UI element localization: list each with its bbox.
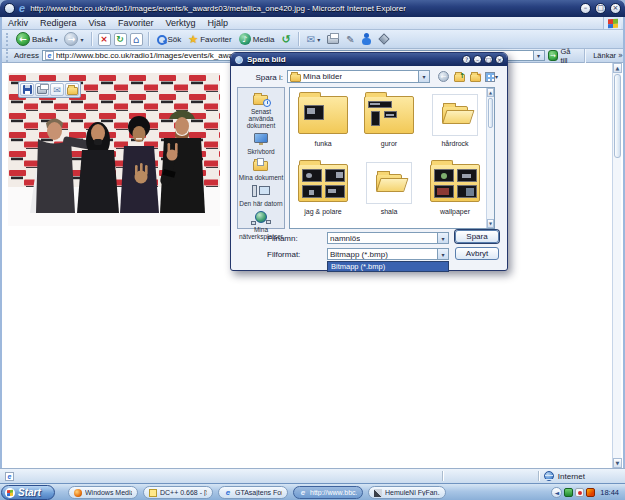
favorites-star-icon: ★	[188, 33, 198, 46]
task-windows-media-player[interactable]: Windows Media P...	[68, 486, 138, 499]
mail-image-button[interactable]: ✉	[50, 83, 64, 96]
task-gtasajtens-forum[interactable]: e GTAsajtens Foru...	[218, 486, 288, 499]
tray-flame-icon[interactable]	[586, 488, 595, 497]
minimize-button[interactable]: –	[580, 3, 591, 14]
filename-dropdown-button[interactable]: ▾	[437, 233, 448, 243]
format-option-bmp[interactable]: Bitmapp (*.bmp)	[328, 262, 448, 271]
place-label: Mina dokument	[239, 174, 283, 181]
last-folder-button[interactable]: ←	[437, 70, 450, 83]
menu-redigera[interactable]: Redigera	[34, 17, 83, 29]
page-scrollbar[interactable]: ▲ ▼	[612, 63, 621, 468]
format-dropdown-button[interactable]: ▾	[437, 249, 448, 259]
dialog-close-button[interactable]: ×	[495, 55, 504, 64]
folder-guror[interactable]: guror	[358, 92, 420, 158]
links-toolbar[interactable]: Länkar »	[593, 51, 623, 60]
task-label: HemuleNl FyFan...	[385, 489, 440, 496]
help-button[interactable]: ?	[462, 55, 471, 64]
places-bar: Senast använda dokument Skrivbord Mina d…	[237, 87, 285, 229]
refresh-icon: ↻	[116, 34, 124, 44]
favorites-button[interactable]: ★ Favoriter	[186, 31, 233, 48]
forward-dropdown-icon[interactable]: ▾	[80, 36, 83, 43]
taskbar-clock[interactable]: 18:44	[597, 488, 622, 497]
format-combobox[interactable]: Bitmapp (*.bmp) ▾	[327, 248, 449, 260]
media-icon: ♪	[239, 33, 251, 45]
save-picture-dialog: Spara bild ? – □ × Spara i: Mina bilder …	[230, 52, 508, 271]
file-list-scrollbar[interactable]: ▲ ▼	[486, 88, 494, 228]
place-my-documents[interactable]: Mina dokument	[238, 157, 284, 182]
scrollbar-thumb[interactable]	[614, 74, 621, 158]
desktop: e http://www.bbc.co.uk/radio1/images/eve…	[0, 0, 625, 500]
stop-button[interactable]: ×	[98, 33, 111, 46]
window-controls: – □ ×	[580, 3, 621, 14]
menu-visa[interactable]: Visa	[83, 17, 112, 29]
media-button[interactable]: ♪ Media	[237, 31, 277, 48]
menu-hjalp[interactable]: Hjälp	[201, 17, 234, 29]
refresh-button[interactable]: ↻	[114, 33, 127, 46]
folder-hardrock[interactable]: hårdrock	[424, 92, 486, 158]
dialog-titlebar[interactable]: Spara bild ? – □ ×	[231, 53, 507, 66]
home-button[interactable]: ⌂	[130, 33, 143, 46]
folder-wallpaper[interactable]: wallpaper	[424, 160, 486, 226]
folder-shala[interactable]: shala	[358, 160, 420, 226]
addressbar-grip[interactable]	[6, 49, 9, 62]
save-in-dropdown-button[interactable]: ▾	[418, 71, 429, 82]
task-label: GTAsajtens Foru...	[235, 489, 282, 496]
save-in-combobox[interactable]: Mina bilder ▾	[287, 70, 430, 83]
folder-jag-och-polare[interactable]: jag & polare	[292, 160, 354, 226]
tray-red-dot-icon[interactable]	[575, 488, 584, 497]
task-dcpp[interactable]: DC++ 0.668 - [S...	[143, 486, 213, 499]
new-folder-button[interactable]: ✳	[469, 70, 482, 83]
mail-button[interactable]: ✉ ▾	[305, 31, 322, 48]
back-dropdown-icon[interactable]: ▾	[54, 36, 57, 43]
address-dropdown-button[interactable]: ▾	[533, 51, 544, 60]
links-chevron-icon[interactable]: »	[618, 51, 623, 60]
back-button[interactable]: ← Bakåt ▾	[14, 31, 59, 48]
task-hemulenl-fyfan[interactable]: HemuleNl FyFan...	[368, 486, 446, 499]
dialog-controls: ? – □ ×	[462, 55, 504, 64]
scrollbar-thumb[interactable]	[488, 98, 493, 128]
restore-button[interactable]: □	[595, 3, 606, 14]
save-image-button[interactable]	[20, 83, 34, 96]
dialog-minimize-button[interactable]: –	[473, 55, 482, 64]
my-pictures-button[interactable]	[65, 83, 79, 96]
place-my-computer[interactable]: Den här datorn	[238, 183, 284, 208]
go-button[interactable]: → Gå till	[548, 47, 580, 65]
system-menu-button[interactable]	[4, 3, 15, 14]
edit-button[interactable]: ✎	[344, 31, 356, 48]
scroll-down-button[interactable]: ▼	[487, 219, 494, 228]
messenger-button[interactable]	[360, 31, 373, 48]
titlebar[interactable]: e http://www.bbc.co.uk/radio1/images/eve…	[0, 0, 625, 17]
menu-favoriter[interactable]: Favoriter	[112, 17, 160, 29]
history-button[interactable]: ↺	[280, 31, 293, 48]
mail-dropdown-icon[interactable]: ▾	[317, 36, 320, 43]
tray-green-icon[interactable]	[564, 488, 573, 497]
windows-flag-throbber	[603, 17, 621, 29]
menu-verktyg[interactable]: Verktyg	[159, 17, 201, 29]
menubar: Arkiv Redigera Visa Favoriter Verktyg Hj…	[2, 17, 623, 30]
print-button[interactable]	[325, 31, 341, 48]
menu-arkiv[interactable]: Arkiv	[2, 17, 34, 29]
folder-funka[interactable]: funka	[292, 92, 354, 158]
metallica-photo[interactable]: ✉	[8, 73, 220, 226]
start-button[interactable]: Start	[1, 485, 55, 500]
views-menu-button[interactable]: ▾	[485, 70, 498, 83]
place-desktop[interactable]: Skrivbord	[238, 131, 284, 156]
filename-combobox[interactable]: namnlös ▾	[327, 232, 449, 244]
tray-chevron-button[interactable]: ◄	[551, 487, 562, 498]
up-one-level-button[interactable]: ↑	[453, 70, 466, 83]
dialog-restore-button[interactable]: □	[484, 55, 493, 64]
save-button[interactable]: Spara	[455, 230, 499, 243]
scroll-down-button[interactable]: ▼	[613, 458, 622, 468]
search-button[interactable]: Sök	[155, 31, 184, 48]
forward-button[interactable]: → ▾	[62, 31, 85, 48]
extra-tool-button[interactable]	[376, 31, 392, 48]
my-pictures-folder-icon	[290, 74, 301, 82]
close-button[interactable]: ×	[610, 3, 621, 14]
place-recent-documents[interactable]: Senast använda dokument	[238, 91, 284, 130]
print-image-button[interactable]	[35, 83, 49, 96]
scroll-up-button[interactable]: ▲	[613, 63, 622, 73]
scroll-up-button[interactable]: ▲	[487, 88, 494, 97]
toolbar-grip[interactable]	[6, 33, 9, 46]
cancel-button[interactable]: Avbryt	[455, 247, 499, 260]
task-bbc-active[interactable]: e http://www.bbc...	[293, 486, 363, 499]
